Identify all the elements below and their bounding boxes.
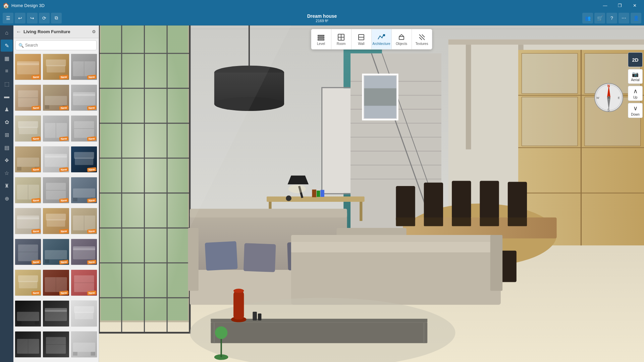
furniture-item[interactable]: New <box>71 269 97 296</box>
furniture-item[interactable]: New <box>15 177 41 203</box>
mode-wall[interactable]: Wall <box>352 29 372 49</box>
3d-viewport[interactable]: Level Room Wall <box>99 25 644 362</box>
svg-rect-158 <box>190 209 347 218</box>
mode-level[interactable]: Level <box>311 29 331 49</box>
minimize-button[interactable]: — <box>598 0 612 11</box>
mode-room[interactable]: Room <box>331 29 352 49</box>
svg-rect-137 <box>508 182 527 219</box>
search-icon: 🔍 <box>18 43 24 48</box>
furniture-item[interactable]: New <box>15 208 41 234</box>
more-button[interactable]: ⋯ <box>619 13 629 23</box>
furniture-item[interactable] <box>43 331 69 358</box>
furniture-item[interactable] <box>71 331 97 358</box>
aerial-button[interactable]: 📷 Aerial <box>628 69 643 84</box>
furniture-item[interactable]: New <box>43 177 69 203</box>
svg-rect-52 <box>17 312 39 321</box>
down-button[interactable]: ∨ Down <box>628 103 643 118</box>
svg-rect-127 <box>522 53 578 94</box>
svg-point-177 <box>233 289 244 293</box>
left-icon-chair[interactable]: ♟ <box>1 103 13 115</box>
furniture-item[interactable]: New <box>43 208 69 234</box>
left-icon-home[interactable]: ⌂ <box>1 27 13 39</box>
furniture-item[interactable]: New <box>15 115 41 142</box>
svg-rect-179 <box>258 313 261 320</box>
cart-button[interactable]: 🛒 <box>594 13 605 23</box>
furniture-item[interactable]: New <box>71 177 97 203</box>
left-icon-measure[interactable]: ⊞ <box>1 129 13 141</box>
furniture-item[interactable]: New <box>71 54 97 80</box>
close-button[interactable]: ✕ <box>628 0 641 11</box>
copy-button[interactable]: ⧉ <box>51 13 62 23</box>
redo-button[interactable]: ↪ <box>27 13 38 23</box>
furniture-item[interactable]: New <box>15 269 41 296</box>
search-input[interactable] <box>25 43 94 48</box>
left-icon-light[interactable]: ☆ <box>1 167 13 179</box>
furniture-item[interactable] <box>71 300 97 327</box>
svg-rect-140 <box>452 218 471 226</box>
furniture-item[interactable]: New <box>71 115 97 142</box>
mode-level-label: Level <box>317 42 325 46</box>
furniture-item[interactable]: New <box>43 54 69 80</box>
svg-marker-151 <box>288 176 309 184</box>
furniture-item[interactable]: New <box>43 239 69 265</box>
left-icon-layers[interactable]: ≡ <box>1 65 13 77</box>
left-icon-tools[interactable]: ✎ <box>1 40 13 52</box>
mode-room-label: Room <box>337 42 346 46</box>
aerial-label: Aerial <box>631 78 640 82</box>
left-icon-bed[interactable]: ▬ <box>1 90 13 103</box>
furniture-item[interactable]: New <box>15 146 41 173</box>
svg-rect-169 <box>490 235 502 291</box>
titlebar-left: 🏠 Home Design 3D <box>3 2 45 9</box>
view-controls: 2D 📷 Aerial ∧ Up ∨ Down <box>628 52 643 118</box>
furniture-grid: NewNewNewNewNewNewNewNewNewNewNewNewNewN… <box>13 52 99 362</box>
mode-objects[interactable]: Objects <box>392 29 412 49</box>
undo-button[interactable]: ↩ <box>15 13 25 23</box>
svg-rect-30 <box>73 188 95 198</box>
history-button[interactable]: ⟳ <box>39 13 50 23</box>
furniture-item[interactable]: New <box>71 208 97 234</box>
svg-rect-8 <box>45 96 67 105</box>
compass-widget: E W N S <box>594 82 624 113</box>
help-button[interactable]: ? <box>606 13 617 23</box>
left-icon-person[interactable]: ♜ <box>1 180 13 192</box>
furniture-item[interactable]: New <box>71 239 97 265</box>
left-icon-door[interactable]: ⬚ <box>1 78 13 90</box>
furniture-item[interactable] <box>15 300 41 327</box>
svg-rect-135 <box>452 181 471 218</box>
furniture-item[interactable]: New <box>15 54 41 80</box>
svg-rect-14 <box>18 121 38 128</box>
view-2d-button[interactable]: 2D <box>628 52 643 67</box>
svg-rect-58 <box>74 306 94 313</box>
main-layout: ⌂ ✎ ▦ ≡ ⬚ ▬ ♟ ✿ ⊞ ▤ ❖ ☆ ♜ ⊕ ← Living Roo… <box>0 25 644 362</box>
furniture-item[interactable]: New <box>15 84 41 111</box>
mode-architecture[interactable]: Architecture <box>372 29 392 49</box>
mode-textures[interactable]: Textures <box>412 29 432 49</box>
furniture-item[interactable]: New <box>71 84 97 111</box>
restore-button[interactable]: ❐ <box>613 0 627 11</box>
furniture-item[interactable]: New <box>71 146 97 173</box>
furniture-item[interactable]: New <box>43 146 69 173</box>
left-icon-more[interactable]: ⊕ <box>1 192 13 204</box>
furniture-item[interactable]: New <box>15 239 41 265</box>
svg-rect-75 <box>399 37 404 40</box>
furniture-item[interactable] <box>15 331 41 358</box>
left-icon-grid[interactable]: ▦ <box>1 52 13 64</box>
furniture-header: ← Living Room Furniture ⚙ <box>13 25 99 38</box>
left-icon-decor[interactable]: ❖ <box>1 154 13 166</box>
furniture-item[interactable]: New <box>43 269 69 296</box>
furniture-item[interactable]: New <box>43 84 69 111</box>
furniture-back-button[interactable]: ← <box>16 29 21 35</box>
svg-rect-28 <box>46 183 66 200</box>
users-button[interactable]: 👥 <box>582 13 593 23</box>
furniture-settings-button[interactable]: ⚙ <box>92 29 96 34</box>
svg-rect-1 <box>17 61 39 65</box>
furniture-item[interactable]: New <box>43 115 69 142</box>
mode-objects-label: Objects <box>396 42 407 46</box>
furniture-item[interactable] <box>43 300 69 327</box>
menu-button[interactable]: ☰ <box>3 13 13 23</box>
left-icon-stairs[interactable]: ▤ <box>1 141 13 154</box>
account-button[interactable]: 👤 <box>631 13 641 23</box>
svg-rect-176 <box>233 291 244 319</box>
up-button[interactable]: ∧ Up <box>628 86 643 101</box>
left-icon-plant[interactable]: ✿ <box>1 116 13 128</box>
